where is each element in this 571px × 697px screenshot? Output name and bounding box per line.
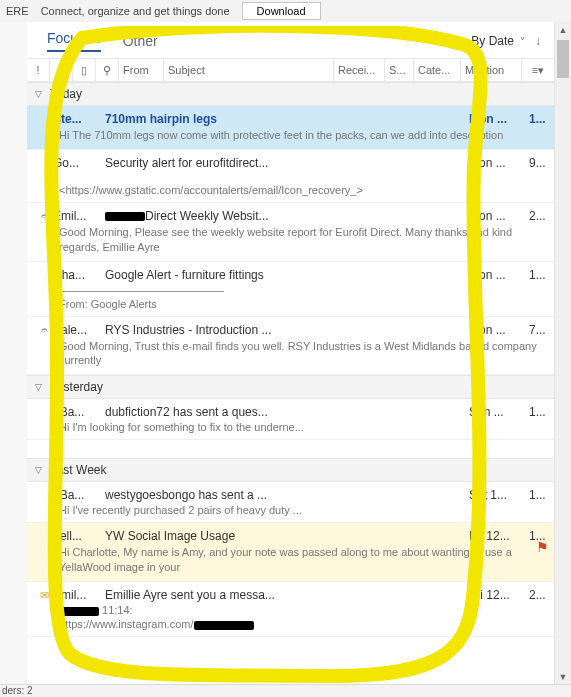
col-icon[interactable]: ▯ [73, 59, 96, 81]
message-row[interactable]: 𝄐 Sale... RYS Industries - Introduction … [27, 317, 555, 376]
msg-preview: From: Google Alerts [59, 298, 547, 310]
message-row[interactable]: Ste... 710mm hairpin legs Mon ... 1... H… [27, 106, 555, 150]
col-categories[interactable]: Cate... [414, 59, 461, 81]
msg-from: Sale... [53, 323, 99, 337]
col-importance[interactable]: ! [27, 59, 50, 81]
status-text: ders: 2 [2, 685, 33, 696]
chevron-down-icon[interactable]: ˅ [520, 36, 525, 47]
msg-preview: Hi I'm looking for something to fix to t… [59, 421, 547, 433]
msg-size: 2... [529, 588, 547, 602]
tab-focused[interactable]: Focused [47, 30, 101, 52]
msg-received: Mon ... [469, 268, 525, 282]
message-row[interactable]: eBa... dubfiction72 has sent a ques... S… [27, 399, 555, 440]
scroll-thumb[interactable] [557, 40, 569, 78]
msg-subject: dubfiction72 has sent a ques... [105, 405, 469, 419]
group-header-today[interactable]: ▽ Today [27, 82, 555, 106]
msg-received: Mon ... [469, 323, 525, 337]
status-bar: ders: 2 [0, 684, 571, 697]
collapse-icon: ▽ [35, 89, 42, 99]
filter-button[interactable]: ≡▾ [522, 59, 555, 81]
msg-received: Mon ... [469, 156, 525, 170]
column-headers: ! ⌂ ▯ ⚲ From Subject Recei... S... Cate.… [27, 58, 555, 82]
download-button[interactable]: Download [242, 2, 321, 20]
collapse-icon: ▽ [35, 465, 42, 475]
msg-from: eBa... [53, 405, 99, 419]
group-header-lastweek[interactable]: ▽ Last Week [27, 458, 555, 482]
collapse-icon: ▽ [35, 382, 42, 392]
sort-by-label[interactable]: By Date [471, 34, 514, 48]
message-row[interactable]: Cha... Google Alert - furniture fittings… [27, 262, 555, 317]
ribbon-bar: ERE Connect, organize and get things don… [0, 0, 571, 23]
paperclip-icon: ⚲ [103, 64, 111, 77]
msg-subject: Security alert for eurofitdirect... [105, 156, 469, 170]
group-label: Yesterday [50, 380, 103, 394]
message-row[interactable]: Yell... YW Social Image Usage Fri 12... … [27, 523, 555, 582]
msg-received: Fri 12... [469, 588, 525, 602]
msg-received: Sun ... [469, 405, 525, 419]
inbox-tabs: Focused Other By Date ˅ ↓ [27, 22, 555, 58]
msg-received: Mon ... [469, 209, 525, 223]
msg-subject: RYS Industries - Introduction ... [105, 323, 469, 337]
envelope-icon: ✉ [35, 589, 53, 602]
msg-subject: YW Social Image Usage [105, 529, 469, 543]
msg-received: Sat 1... [469, 488, 525, 502]
left-gutter [0, 22, 28, 685]
message-row[interactable]: ✉ Emil... Emillie Ayre sent you a messa.… [27, 582, 555, 637]
col-subject[interactable]: Subject [164, 59, 334, 81]
flag-icon[interactable]: ⚑ [536, 539, 549, 555]
msg-preview: <https://www.gstatic.com/accountalerts/e… [59, 184, 547, 196]
msg-from: Go... [53, 156, 99, 170]
msg-subject: Google Alert - furniture fittings [105, 268, 469, 282]
message-row[interactable]: 𝄐 Emil... Direct Weekly Websit... Mon ..… [27, 203, 555, 262]
tab-other[interactable]: Other [123, 33, 158, 49]
redaction [59, 607, 99, 616]
msg-size: 1... [529, 112, 547, 126]
message-list-pane: Focused Other By Date ˅ ↓ ! ⌂ ▯ ⚲ From S… [27, 22, 555, 685]
message-row[interactable]: eBa... westygoesbongo has sent a ... Sat… [27, 482, 555, 523]
group-header-yesterday[interactable]: ▽ Yesterday [27, 375, 555, 399]
message-row[interactable]: Go... Security alert for eurofitdirect..… [27, 150, 555, 203]
col-mention[interactable]: Mention [461, 59, 522, 81]
msg-subject: Direct Weekly Websit... [105, 209, 469, 223]
page-icon: ▯ [81, 64, 87, 77]
msg-from: Ste... [53, 112, 99, 126]
msg-size: 1... [529, 405, 547, 419]
msg-size: 2... [529, 209, 547, 223]
msg-subject: Emillie Ayre sent you a messa... [105, 588, 469, 602]
msg-size: 1... [529, 488, 547, 502]
msg-size: 7... [529, 323, 547, 337]
msg-preview: Hi I've recently purchased 2 pairs of he… [59, 504, 547, 516]
redaction [105, 212, 145, 221]
group-label: Today [50, 87, 82, 101]
msg-from: Emil... [53, 209, 99, 223]
msg-subject: 710mm hairpin legs [105, 112, 469, 126]
scroll-up-icon[interactable]: ▲ [555, 22, 571, 38]
msg-preview: Hi Charlotte, My name is Amy, and your n… [59, 545, 547, 575]
col-from[interactable]: From [119, 59, 164, 81]
col-received[interactable]: Recei... [334, 59, 385, 81]
scroll-down-icon[interactable]: ▼ [555, 669, 571, 685]
msg-from: Emil... [53, 588, 99, 602]
col-reminder[interactable]: ⌂ [50, 59, 73, 81]
msg-subject: westygoesbongo has sent a ... [105, 488, 469, 502]
msg-preview-rule: ——————————————— [59, 284, 547, 296]
msg-preview: Hi The 710mm legs now come with protecti… [59, 128, 547, 143]
msg-preview: Good Morning, Trust this e-mail finds yo… [59, 339, 547, 369]
col-attachment[interactable]: ⚲ [96, 59, 119, 81]
msg-preview: Good Morning, Please see the weekly webs… [59, 225, 547, 255]
group-label: Last Week [50, 463, 106, 477]
msg-preview-line2: https://www.instagram.com/ [59, 618, 547, 630]
msg-from: Cha... [53, 268, 99, 282]
dropdown-arrow-icon[interactable]: ↓ [535, 34, 541, 48]
col-size[interactable]: S... [385, 59, 414, 81]
filter-icon: ≡▾ [532, 64, 544, 77]
ribbon-fragment: ERE [0, 5, 35, 17]
attachment-icon: 𝄐 [35, 323, 53, 337]
msg-from: eBa... [53, 488, 99, 502]
vertical-scrollbar[interactable]: ▲ ▼ [554, 22, 571, 685]
redaction [194, 621, 254, 630]
ribbon-tagline: Connect, organize and get things done [35, 5, 236, 17]
msg-received: Fri 12... [469, 529, 525, 543]
attachment-icon: 𝄐 [35, 209, 53, 223]
bell-icon: ⌂ [58, 64, 65, 76]
